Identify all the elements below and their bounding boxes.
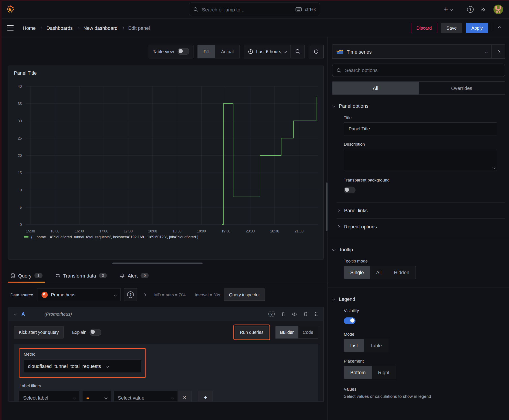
add-filter-button[interactable]: + <box>198 391 213 402</box>
visualization-picker[interactable]: Time series <box>332 49 492 54</box>
save-button[interactable]: Save <box>441 23 462 33</box>
options-search[interactable] <box>332 63 505 77</box>
explain-label: Explain <box>72 330 86 335</box>
query-help-icon[interactable]: ? <box>268 311 274 317</box>
tooltip-mode-all[interactable]: All <box>370 266 387 279</box>
query-toolbar-right: Run queries Builder Code <box>233 324 318 340</box>
toggle-options-pane-button[interactable] <box>492 45 505 59</box>
apply-button[interactable]: Apply <box>466 23 488 33</box>
legend-placement-right[interactable]: Right <box>372 366 396 379</box>
metric-select[interactable]: cloudflared_tunnel_total_requests <box>24 359 141 373</box>
svg-text:35: 35 <box>18 102 22 106</box>
query-inspector-button[interactable]: Query inspector <box>224 289 265 301</box>
remove-filter-button[interactable]: ✕ <box>178 391 192 402</box>
resize-handle-icon[interactable] <box>492 166 495 169</box>
help-icon[interactable]: ? <box>467 6 473 13</box>
tab-alert[interactable]: Alert 0 <box>120 268 149 283</box>
breadcrumb-separator-icon <box>121 26 124 29</box>
global-search-input[interactable] <box>201 6 293 12</box>
tab-all[interactable]: All <box>332 82 418 94</box>
tooltip-mode-hidden[interactable]: Hidden <box>388 266 416 279</box>
legend-mode-list[interactable]: List <box>344 339 364 352</box>
query-tab-underline <box>8 282 45 283</box>
tab-transform-data[interactable]: Transform data 0 <box>55 268 107 283</box>
svg-text:21:00: 21:00 <box>295 229 304 233</box>
tooltip-mode-single[interactable]: Single <box>344 266 370 279</box>
query-stats: MD = auto = 704 Interval = 30s <box>154 292 220 297</box>
legend-placement-bottom[interactable]: Bottom <box>344 366 372 379</box>
operator-dropdown[interactable]: = <box>82 391 111 402</box>
datasource-help-button[interactable]: ? <box>124 288 137 301</box>
svg-text:17:30: 17:30 <box>124 229 133 233</box>
news-rss-icon[interactable] <box>481 7 486 12</box>
legend-label[interactable]: {__name__="cloudflared_tunnel_total_requ… <box>31 235 198 239</box>
drag-handle-icon[interactable] <box>314 312 318 316</box>
time-series-icon <box>336 49 343 54</box>
discard-button[interactable]: Discard <box>411 23 437 33</box>
legend-placement-switch: Bottom Right <box>344 366 396 379</box>
tooltip-section-header[interactable]: Tooltip <box>332 247 505 252</box>
query-row-header[interactable]: A (Prometheus) ? <box>9 307 323 321</box>
run-queries-button[interactable]: Run queries <box>235 326 268 338</box>
refresh-button[interactable] <box>309 45 324 58</box>
svg-text:0: 0 <box>20 223 22 227</box>
explain-toggle[interactable] <box>90 329 101 336</box>
legend-section-header[interactable]: Legend <box>332 296 505 302</box>
panel-title-input[interactable] <box>344 122 497 135</box>
run-queries-highlight: Run queries <box>233 324 270 340</box>
panel-options-header[interactable]: Panel options <box>332 103 505 109</box>
builder-option[interactable]: Builder <box>276 326 298 338</box>
delete-query-icon[interactable] <box>303 312 308 316</box>
select-label-dropdown[interactable]: Select label <box>19 391 80 402</box>
panel-preview-pane: Table view Fill Actual Last 6 hours <box>0 37 327 420</box>
grafana-app: ctrl+k + ? Home Dashbo <box>0 0 509 420</box>
toggle-visibility-icon[interactable] <box>292 311 297 316</box>
horizontal-scrollbar[interactable] <box>112 262 202 264</box>
new-dropdown-button[interactable]: + <box>444 5 452 14</box>
breadcrumb-dashboards[interactable]: Dashboards <box>46 25 73 31</box>
fill-option[interactable]: Fill <box>198 45 215 58</box>
top-right-actions: + ? <box>444 5 503 14</box>
menu-toggle-icon[interactable] <box>6 24 15 32</box>
vertical-scrollbar[interactable] <box>326 182 328 231</box>
collapse-header-icon[interactable] <box>498 26 501 29</box>
options-search-input[interactable] <box>344 67 501 73</box>
collapse-query-icon[interactable] <box>14 312 17 315</box>
table-view-group: Table view <box>149 45 193 58</box>
repeat-options-section[interactable]: Repeat options <box>332 219 505 235</box>
actual-option[interactable]: Actual <box>215 45 239 58</box>
duplicate-query-icon[interactable] <box>281 312 286 316</box>
table-view-toggle[interactable] <box>177 48 189 55</box>
datasource-picker[interactable]: Prometheus <box>37 288 121 301</box>
visualization-name: Time series <box>347 49 372 54</box>
legend-mode-table[interactable]: Table <box>364 339 388 352</box>
question-icon: ? <box>127 292 134 298</box>
panel-links-section[interactable]: Panel links <box>332 202 505 218</box>
breadcrumb-new-dashboard[interactable]: New dashboard <box>84 25 118 31</box>
query-builder-body: Metric cloudflared_tunnel_total_requests… <box>14 344 318 402</box>
fill-actual-switch: Fill Actual <box>198 45 240 58</box>
zoom-out-icon[interactable] <box>291 45 304 58</box>
breadcrumb-edit-panel: Edit panel <box>128 25 150 31</box>
transparent-background-toggle[interactable] <box>344 187 356 193</box>
tab-overrides[interactable]: Overrides <box>418 82 505 94</box>
panel-description-textarea[interactable] <box>344 149 497 171</box>
legend-section-title: Legend <box>339 296 355 302</box>
select-value-dropdown[interactable]: Select value <box>114 391 178 402</box>
user-avatar[interactable] <box>494 5 503 14</box>
breadcrumb-home[interactable]: Home <box>23 25 36 31</box>
kick-start-query-button[interactable]: Kick start your query <box>14 326 63 338</box>
query-row-actions: ? <box>268 311 318 317</box>
breadcrumb-bar: Home Dashboards New dashboard Edit panel… <box>0 19 509 37</box>
time-range-label[interactable]: Last 6 hours <box>253 49 284 54</box>
explain-control: Explain <box>72 329 101 336</box>
expand-stats-icon[interactable] <box>143 293 146 296</box>
legend-visibility-toggle[interactable] <box>344 317 356 324</box>
code-option[interactable]: Code <box>298 326 318 338</box>
search-icon <box>336 68 341 73</box>
time-series-chart[interactable]: 051015202530354015:3016:0016:3017:0017:3… <box>9 76 323 239</box>
tab-query-label: Query <box>18 273 31 278</box>
grafana-logo-icon[interactable] <box>6 5 15 14</box>
tab-query[interactable]: Query 1 <box>10 268 42 283</box>
global-search[interactable]: ctrl+k <box>189 3 320 16</box>
